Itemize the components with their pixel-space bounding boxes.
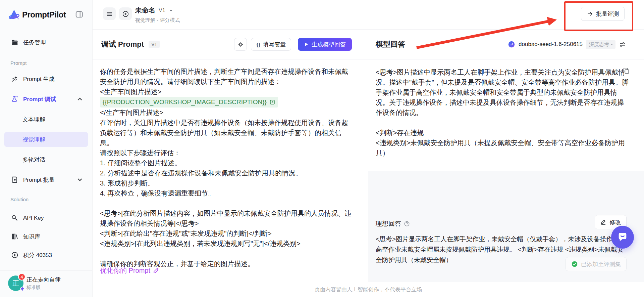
prompt-panel-title: 调试 Prompt xyxy=(101,39,144,49)
play-icon xyxy=(304,42,309,47)
prompt-editor[interactable]: 你的任务是根据生产车间的图片描述，判断生产车间是否存在违规操作设备和未佩戴安全防… xyxy=(93,59,368,282)
promptpilot-logo-icon xyxy=(8,9,20,21)
model-name[interactable]: doubao-seed-1.6-250615 xyxy=(519,41,583,48)
sidebar-divider xyxy=(0,270,92,271)
copy-icon[interactable] xyxy=(623,67,630,75)
user-name: 正在走向自律 xyxy=(26,276,61,284)
points-coin-icon xyxy=(11,251,18,259)
sidebar-item-knowledge-base[interactable]: 知识库 xyxy=(4,230,88,243)
added-to-evalset-button[interactable]: 已添加至评测集 xyxy=(566,257,627,271)
sidebar-item-task-management[interactable]: 任务管理 xyxy=(4,36,88,49)
document-version[interactable]: V1 xyxy=(159,7,165,13)
sidebar-item-label: Prompt 调试 xyxy=(23,95,56,103)
sidebar-item-multi-turn-dialog[interactable]: 多轮对话 xyxy=(4,153,88,166)
sidebar-item-prompt-debug[interactable]: Prompt 调试 xyxy=(4,92,88,106)
answer-panel-title: 模型回答 xyxy=(376,39,405,49)
sidebar-item-label: Prompt 批量 xyxy=(23,176,55,184)
chat-widget-button[interactable] xyxy=(611,226,634,249)
dot-icon xyxy=(611,44,612,45)
disclaimer: 页面内容皆由人工智能创作，不代表平台立场 xyxy=(93,282,644,297)
generate-answer-button[interactable]: 生成模型回答 xyxy=(298,38,352,51)
fill-variables-button[interactable]: {} 填写变量 xyxy=(251,38,291,51)
braces-icon: {} xyxy=(256,42,260,47)
sidebar-item-text-understanding[interactable]: 文本理解 xyxy=(4,113,88,126)
check-circle-icon xyxy=(571,261,578,267)
sidebar-item-label: 视觉理解 xyxy=(22,136,45,143)
expand-icon[interactable] xyxy=(269,99,275,105)
sidebar-section-prompt: Prompt xyxy=(10,60,26,66)
sidebar-item-prompt-batch[interactable]: Prompt 批量 xyxy=(4,173,88,186)
doubao-model-icon xyxy=(508,41,515,48)
sidebar-item-label: 任务管理 xyxy=(23,39,46,46)
optimize-prompt-link[interactable]: 优化你的 Prompt xyxy=(100,265,160,275)
chevron-up-icon[interactable] xyxy=(76,95,84,103)
document-title[interactable]: 未命名 xyxy=(135,6,155,15)
hamburger-icon xyxy=(106,10,113,17)
chevron-down-icon[interactable] xyxy=(76,176,84,183)
main-area: 未命名 V1 视觉理解 - 评分模式 批量评测 调试 Prompt V1 xyxy=(93,0,644,297)
model-settings-sliders-icon[interactable] xyxy=(619,41,626,48)
sidebar-item-prompt-generate[interactable]: Prompt 生成 xyxy=(4,72,88,86)
sidebar-item-visual-understanding[interactable]: 视觉理解 xyxy=(4,132,88,147)
chat-bubble-icon xyxy=(617,231,628,243)
answer-panel: 模型回答 doubao-seed-1.6-250615 深度思考 xyxy=(368,30,644,282)
sidebar-item-label: 多轮对话 xyxy=(22,156,45,164)
sidebar-item-label: Prompt 生成 xyxy=(23,75,55,83)
books-icon xyxy=(11,233,18,240)
model-response: <思考>图片描述中显示两名工人在脚手架上作业，主要关注点为安全防护用具佩戴情况。… xyxy=(368,59,644,171)
prompt-variable-chip[interactable]: {{PRODUCTION_WORKSHOP_IMAGE_DESCRIPTION}… xyxy=(100,97,278,108)
user-plan: 标准版 xyxy=(26,285,61,291)
user-account[interactable]: 正 4 正在走向自律 标准版 xyxy=(8,275,88,291)
sidebar-item-label: 文本理解 xyxy=(22,116,45,123)
deep-think-badge[interactable]: 深度思考 xyxy=(586,40,615,49)
membership-gem-icon xyxy=(19,286,25,292)
menu-button[interactable] xyxy=(103,7,116,20)
sidebar-item-label: 知识库 xyxy=(23,233,40,241)
ideal-answer-label: 理想回答 xyxy=(376,219,410,228)
folder-icon xyxy=(11,39,18,46)
arrow-right-icon xyxy=(587,10,593,17)
pencil-icon xyxy=(600,219,606,225)
chevron-down-icon[interactable] xyxy=(169,8,173,13)
batch-eval-button[interactable]: 批量评测 xyxy=(581,7,625,21)
prompt-text-before: 你的任务是根据生产车间的图片描述，判断生产车间是否存在违规操作设备和未佩戴安全防… xyxy=(100,68,348,95)
sparkle-burst-icon xyxy=(237,41,244,48)
sidebar-item-label: API Key xyxy=(23,215,44,221)
mode-subtitle: 视觉理解 - 评分模式 xyxy=(135,17,180,24)
help-icon[interactable] xyxy=(404,221,410,227)
sidebar-item-points[interactable]: 积分 40353 xyxy=(4,248,88,262)
ideal-answer-section: 理想回答 修改 <思考>图片显示两名工人在脚手架作业，未戴安全帽（仅戴手套），未… xyxy=(368,171,644,282)
flask-icon xyxy=(11,95,18,103)
logo: PromptPilot xyxy=(8,8,92,22)
app-title: PromptPilot xyxy=(22,10,66,19)
topbar: 未命名 V1 视觉理解 - 评分模式 批量评测 xyxy=(93,0,644,30)
prompt-panel: 调试 Prompt V1 {} 填写变量 生成模型回答 xyxy=(93,30,368,282)
pen-sparkle-icon xyxy=(153,267,160,274)
document-star-icon xyxy=(11,176,18,183)
key-icon xyxy=(11,214,18,222)
sidebar-collapse-icon[interactable] xyxy=(75,10,84,19)
wand-star-icon xyxy=(11,75,18,83)
sidebar-item-api-key[interactable]: API Key xyxy=(4,211,88,225)
notification-badge: 4 xyxy=(18,273,25,281)
sidebar: PromptPilot 任务管理 Prompt Prompt 生成 Prompt… xyxy=(0,0,93,297)
model-response-text: <思考>图片描述中显示两名工人在脚手架上作业，主要关注点为安全防护用具佩戴情况。… xyxy=(376,69,629,157)
new-session-button[interactable] xyxy=(119,7,132,20)
prompt-version-badge: V1 xyxy=(149,41,160,48)
plus-circle-icon xyxy=(122,10,129,17)
sidebar-item-label: 积分 40353 xyxy=(23,251,52,259)
sidebar-section-solution: Solution xyxy=(10,197,29,202)
prompt-text-after: </生产车间图片描述> 在评估时，关注图片描述中是否有违规操作设备（如未按操作规… xyxy=(100,109,351,267)
optimize-prompt-icon-button[interactable] xyxy=(234,38,247,51)
